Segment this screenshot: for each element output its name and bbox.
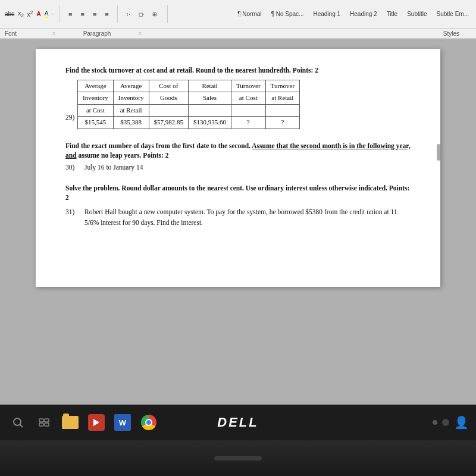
svg-rect-2 xyxy=(39,419,43,422)
svg-rect-5 xyxy=(45,423,49,426)
font-arrow-icon: · xyxy=(52,11,54,17)
dell-logo: DELL xyxy=(217,415,258,430)
word-button[interactable]: W xyxy=(112,412,133,433)
separator-1 xyxy=(60,5,60,23)
style-no-spacing[interactable]: ¶ No Spac... xyxy=(269,10,306,18)
scrollbar-thumb[interactable] xyxy=(437,144,440,161)
play-icon xyxy=(93,419,99,426)
q29-number: 29) xyxy=(65,112,74,122)
q31-instruction: Solve the problem. Round dollar amounts … xyxy=(65,183,411,202)
q30-problem-text: July 16 to January 14 xyxy=(84,162,143,173)
file-explorer-button[interactable] xyxy=(60,412,81,433)
q30-rest-text: assume no leap years. Points: 2 xyxy=(78,152,168,159)
style-normal[interactable]: ¶ Normal xyxy=(235,10,264,18)
person-icon: 👤 xyxy=(454,415,469,430)
separator-3 xyxy=(167,5,168,23)
align-right-button[interactable]: ≡ xyxy=(90,10,99,19)
q31-problem-text: Robert Hall bought a new computer system… xyxy=(84,207,411,228)
paragraph-dialog-icon[interactable]: ⌗ xyxy=(139,30,142,37)
col-retail-sales-3 xyxy=(189,104,231,116)
font-group-label: Font xyxy=(5,30,52,37)
col-avg-inv-retail-1: Average xyxy=(113,80,149,92)
col-retail-sales-1: Retail xyxy=(189,80,231,92)
chrome-center xyxy=(145,419,152,426)
line-spacing-button[interactable]: ↕· xyxy=(124,10,133,18)
q30-problem-row: 30) July 16 to January 14 xyxy=(65,162,411,173)
iina-button[interactable] xyxy=(86,412,107,433)
table-header-row-3: at Cost at Retail xyxy=(78,104,300,116)
strikethrough-icon: abc xyxy=(5,11,14,17)
styles-group-label: Styles xyxy=(443,30,471,37)
taskbar: W DELL 👤 xyxy=(0,405,476,440)
separator-2 xyxy=(117,5,118,23)
col-avg-inv-cost-1: Average xyxy=(78,80,114,92)
col-cost-goods-1: Cost of xyxy=(149,80,189,92)
style-heading2[interactable]: Heading 2 xyxy=(347,10,380,18)
shading-button[interactable]: ◻· xyxy=(136,10,147,18)
svg-rect-4 xyxy=(39,423,43,426)
svg-line-1 xyxy=(20,424,23,427)
borders-button[interactable]: ⊞· xyxy=(150,10,161,18)
table-header-row-1: Average Average Cost of Retail Turnover … xyxy=(78,80,300,92)
table-row: $15,545 $35,388 $57,982.85 $130,935.60 ?… xyxy=(78,117,300,129)
search-icon xyxy=(12,416,24,428)
style-heading1[interactable]: Heading 1 xyxy=(311,10,343,18)
cell-turnover-retail: ? xyxy=(265,117,300,129)
question-29-block: Find the stock turnover at cost and at r… xyxy=(65,65,411,130)
notif-dot-2 xyxy=(442,419,449,426)
toolbar: abc x2 x2 A A · ≡ ≡ ≡ ≡ ↕· ◻· ⊞· ¶ Norma… xyxy=(0,0,476,29)
align-left-button[interactable]: ≡ xyxy=(66,10,74,19)
col-cost-goods-3 xyxy=(149,104,189,116)
justify-button[interactable]: ≡ xyxy=(102,10,111,19)
cell-avg-inv-cost: $15,545 xyxy=(78,117,114,129)
font-color-icon: A xyxy=(36,11,40,17)
document-area: Find the stock turnover at cost and at r… xyxy=(0,39,476,405)
col-turnover-cost-2: at Cost xyxy=(231,92,266,104)
chrome-icon xyxy=(141,415,156,430)
col-avg-inv-retail-3: at Retail xyxy=(113,104,149,116)
app-red-icon xyxy=(88,414,105,431)
styles-section: ¶ Normal ¶ No Spac... Heading 1 Heading … xyxy=(235,10,471,18)
q31-number: 31) xyxy=(65,207,82,217)
cell-retail-sales: $130,935.60 xyxy=(189,117,231,129)
svg-rect-3 xyxy=(45,419,49,422)
col-turnover-cost-1: Turnover xyxy=(231,80,266,92)
monitor-stand xyxy=(214,456,262,461)
question-30-block: Find the exact number of days from the f… xyxy=(65,141,411,173)
task-view-icon xyxy=(38,416,50,428)
style-title[interactable]: Title xyxy=(384,10,400,18)
document-wrapper: Find the stock turnover at cost and at r… xyxy=(36,49,440,287)
col-avg-inv-retail-2: Inventory xyxy=(113,92,149,104)
q30-number: 30) xyxy=(65,162,82,172)
folder-icon xyxy=(62,416,79,429)
highlight-icon: A xyxy=(45,10,49,18)
word-icon: W xyxy=(114,414,131,431)
paragraph-group-label: Paragraph xyxy=(55,30,139,37)
monitor-bezel-bottom xyxy=(0,440,476,476)
q30-instruction-text: Find the exact number of days from the f… xyxy=(65,142,250,149)
q30-instruction: Find the exact number of days from the f… xyxy=(65,141,411,160)
cell-cost-goods: $57,982.85 xyxy=(149,117,189,129)
cell-avg-inv-retail: $35,388 xyxy=(113,117,149,129)
chrome-button[interactable] xyxy=(138,412,159,433)
col-cost-goods-2: Goods xyxy=(149,92,189,104)
cortana-button[interactable] xyxy=(7,412,29,433)
task-view-button[interactable] xyxy=(33,412,55,433)
col-turnover-retail-1: Turnover xyxy=(265,80,300,92)
question-31-block: Solve the problem. Round dollar amounts … xyxy=(65,183,411,228)
col-turnover-cost-3 xyxy=(231,104,266,116)
q31-problem-row: 31) Robert Hall bought a new computer sy… xyxy=(65,207,411,228)
notif-dot-1 xyxy=(433,420,437,425)
align-center-button[interactable]: ≡ xyxy=(79,10,87,19)
style-subtle-em[interactable]: Subtle Em... xyxy=(434,10,471,18)
q29-instruction: Find the stock turnover at cost and at r… xyxy=(65,65,411,75)
subscript-icon: x2 xyxy=(18,10,24,18)
col-retail-sales-2: Sales xyxy=(189,92,231,104)
cell-turnover-cost: ? xyxy=(231,117,266,129)
col-turnover-retail-2: at Retail xyxy=(265,92,300,104)
col-turnover-retail-3 xyxy=(265,104,300,116)
style-subtitle[interactable]: Subtitle xyxy=(405,10,429,18)
superscript-icon: x2 xyxy=(27,10,33,18)
col-avg-inv-cost-3: at Cost xyxy=(78,104,114,116)
notification-area: 👤 xyxy=(433,415,469,430)
